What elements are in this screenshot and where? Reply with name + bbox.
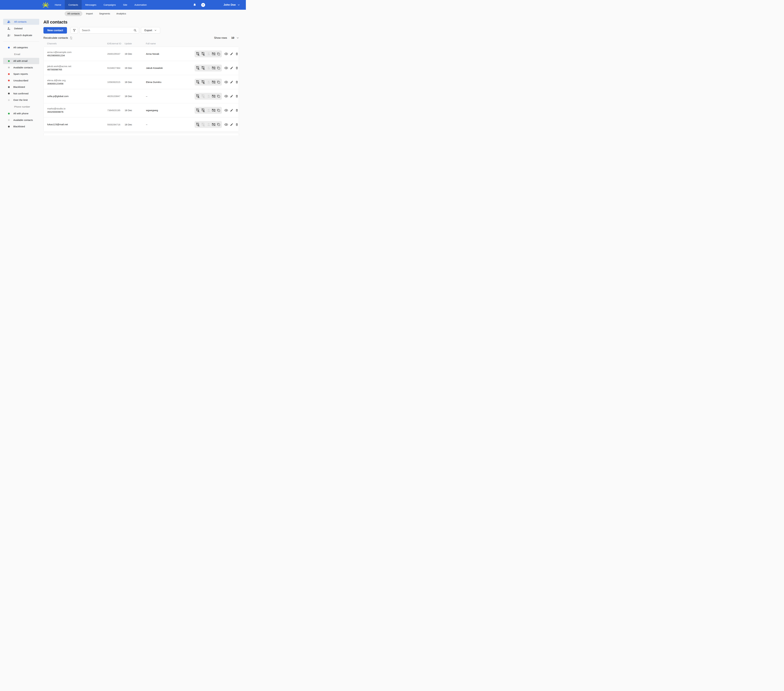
sidebar-category-all-with-email[interactable]: All with email — [3, 58, 39, 64]
cell-fullname: – — [146, 123, 194, 126]
delete-icon[interactable] — [235, 66, 239, 70]
sidebar-item-search-duplicate[interactable]: Search duplicate — [3, 32, 39, 38]
email-blacklist-icon[interactable]: BL — [196, 122, 200, 127]
copy-icon[interactable] — [217, 80, 221, 84]
sidebar-category-spam-reports[interactable]: Spam reports — [3, 71, 39, 77]
email-blacklist-icon[interactable]: BL — [196, 80, 200, 84]
delete-icon[interactable] — [235, 109, 239, 112]
nav-item-messages[interactable]: Messages — [82, 0, 100, 10]
copy-icon[interactable] — [217, 123, 221, 126]
help-icon[interactable]: ? — [201, 3, 205, 7]
refresh-icon[interactable] — [70, 36, 72, 39]
email-blacklist-icon[interactable]: BL — [196, 94, 200, 98]
sidebar-category-unsubscribed[interactable]: Unsubscribed — [3, 77, 39, 84]
sidebar-category-blacklisted[interactable]: Blacklisted — [3, 84, 39, 90]
phone-blacklist-icon[interactable]: BL — [201, 122, 206, 127]
table-row[interactable]: lukas123@mail.net 5930284716 18 Dec – BL — [44, 117, 239, 132]
nav-item-home[interactable]: Home — [51, 0, 65, 10]
spam-icon[interactable]: SP AM — [207, 52, 211, 56]
spam-icon[interactable]: SP AM — [207, 66, 211, 70]
notifications-bell-icon[interactable] — [193, 3, 196, 7]
sidebar-category-available-contacts[interactable]: Available contacts — [3, 117, 39, 123]
unsubscribe-envelope-icon[interactable] — [212, 52, 216, 56]
view-icon[interactable] — [224, 66, 228, 70]
sidebar-category-blacklisted[interactable]: Blacklisted — [3, 123, 39, 130]
sidebar-category-over-the-limit[interactable]: Over the limit — [3, 97, 39, 103]
sidebar-item-deleted[interactable]: Deleted — [3, 26, 39, 31]
cell-fullname: Anna Novak — [146, 53, 194, 55]
edit-icon[interactable] — [230, 81, 233, 84]
cell-channels: anna.n@example.com 4915900001234 — [47, 51, 107, 57]
phone-blacklist-icon[interactable]: BL — [201, 52, 206, 56]
edit-icon[interactable] — [230, 123, 233, 126]
spam-icon[interactable]: SP AM — [207, 80, 211, 84]
cell-actions: BL BL SP AM — [194, 107, 239, 114]
svg-text:BL: BL — [198, 68, 200, 70]
table-row[interactable]: marko@studio.io 393200009876 7384920195 … — [44, 103, 239, 117]
user-menu[interactable]: John Doe — [224, 3, 240, 7]
view-icon[interactable] — [224, 94, 228, 98]
table-row[interactable]: anna.n@example.com 4915900001234 2849105… — [44, 47, 239, 61]
view-icon[interactable] — [224, 80, 228, 84]
phone-blacklist-icon[interactable]: BL — [201, 80, 206, 84]
edit-icon[interactable] — [230, 109, 233, 112]
sidebar-category-all-with-phone[interactable]: All with phone — [3, 110, 39, 117]
sidebar-category-available-contacts[interactable]: Available contacts — [3, 64, 39, 71]
svg-text:BL: BL — [198, 54, 200, 56]
tab-all-contacts[interactable]: All contacts — [64, 11, 82, 16]
spam-icon[interactable]: SP AM — [207, 94, 211, 98]
nav-item-campaigns[interactable]: Campaigns — [100, 0, 119, 10]
delete-icon[interactable] — [235, 81, 239, 84]
edit-icon[interactable] — [230, 95, 233, 98]
phone-blacklist-icon[interactable]: BL — [201, 108, 206, 112]
email-blacklist-icon[interactable]: BL — [196, 108, 200, 112]
phone-blacklist-icon[interactable]: BL — [201, 66, 206, 70]
spam-icon[interactable]: SP AM — [207, 108, 211, 112]
unsubscribe-envelope-icon[interactable] — [212, 108, 216, 112]
view-icon[interactable] — [224, 52, 228, 56]
category-dot-icon — [8, 67, 10, 68]
tab-segments[interactable]: Segments — [96, 11, 113, 16]
email-blacklist-icon[interactable]: BL — [196, 66, 200, 70]
new-contact-button[interactable]: New contact — [43, 27, 67, 33]
sidebar-category-not-confirmed[interactable]: Not confirmed — [3, 90, 39, 97]
sidebar-category-all-categories[interactable]: All categories — [3, 44, 39, 51]
email-blacklist-icon[interactable]: BL — [196, 52, 200, 56]
contact-phone: 393200009876 — [47, 110, 107, 114]
unsubscribe-envelope-icon[interactable] — [212, 66, 216, 70]
delete-icon[interactable] — [235, 52, 239, 56]
spam-icon[interactable]: SP AM — [207, 123, 211, 127]
search-input[interactable] — [82, 29, 133, 32]
delete-icon[interactable] — [235, 123, 239, 126]
view-icon[interactable] — [224, 108, 228, 112]
edit-icon[interactable] — [230, 66, 233, 70]
copy-icon[interactable] — [217, 94, 221, 98]
tab-analytics[interactable]: Analytics — [114, 11, 129, 16]
view-icon[interactable] — [224, 123, 228, 127]
unsubscribe-envelope-icon[interactable] — [212, 94, 216, 98]
nav-item-contacts[interactable]: Contacts — [65, 0, 82, 10]
channel-status-icon-group: BL BL SP AM — [194, 121, 222, 128]
delete-icon[interactable] — [235, 95, 239, 98]
table-row[interactable]: jakub.work@acme.net 48700098765 91048273… — [44, 61, 239, 75]
table-row[interactable]: elena.d@site.org 306000123456 1058392015… — [44, 75, 239, 89]
table-row[interactable]: sofia.p@global.com 4829103847 18 Dec – B… — [44, 89, 239, 103]
phone-blacklist-icon[interactable]: BL — [201, 94, 206, 98]
copy-icon[interactable] — [217, 66, 221, 70]
unsubscribe-envelope-icon[interactable] — [212, 80, 216, 84]
edit-icon[interactable] — [230, 52, 233, 56]
sidebar-item-all-contacts[interactable]: All contacts — [3, 19, 39, 25]
unsubscribe-envelope-icon[interactable] — [212, 123, 216, 127]
nav-item-automation[interactable]: Automation — [131, 0, 150, 10]
nav-item-label: Site — [123, 3, 127, 6]
copy-icon[interactable] — [217, 109, 221, 112]
export-button[interactable]: Export — [141, 27, 160, 33]
tab-import[interactable]: Import — [83, 11, 96, 16]
brand-logo[interactable] — [42, 1, 49, 8]
copy-icon[interactable] — [217, 52, 221, 56]
show-rows-control[interactable]: Show rows 10 — [214, 36, 239, 39]
nav-item-site[interactable]: Site — [120, 0, 131, 10]
filter-button[interactable] — [71, 27, 78, 33]
search-icon[interactable] — [133, 29, 137, 32]
recalculate-contacts[interactable]: Recalculate contacts — [43, 36, 72, 39]
